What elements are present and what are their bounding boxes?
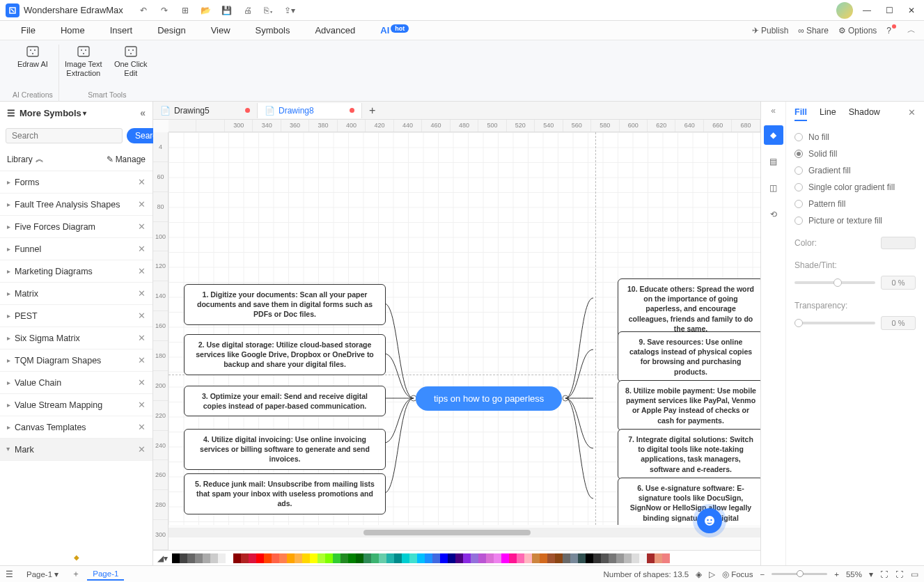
help-icon[interactable]: ? — [886, 26, 898, 36]
redo-icon[interactable]: ↷ — [158, 4, 171, 17]
color-swatch[interactable] — [363, 553, 371, 563]
library-category[interactable]: ▸Value Stream Mapping✕ — [0, 394, 152, 416]
color-swatch[interactable] — [210, 553, 218, 563]
library-category[interactable]: ▸Six Sigma Matrix✕ — [0, 327, 152, 349]
library-category[interactable]: ▸Five Forces Diagram✕ — [0, 216, 152, 238]
color-swatch[interactable] — [249, 553, 256, 563]
expand-panel-icon[interactable]: « — [771, 106, 776, 116]
color-swatch[interactable] — [593, 553, 601, 563]
mindmap-node[interactable]: 9. Save resources: Use online catalogs i… — [618, 331, 760, 382]
page-tool-icon[interactable]: ▤ — [764, 152, 783, 171]
color-swatch[interactable] — [471, 553, 478, 563]
library-category[interactable]: ▸PEST✕ — [0, 305, 152, 327]
user-avatar[interactable] — [836, 2, 853, 19]
color-swatch[interactable] — [547, 553, 555, 563]
mindmap-node[interactable]: 8. Utilize mobile payment: Use mobile pa… — [618, 380, 760, 431]
tab-line[interactable]: Line — [820, 107, 836, 121]
remove-library-icon[interactable]: ✕ — [138, 333, 146, 343]
mindmap-node[interactable]: 4. Utilize digital invoicing: Use online… — [184, 429, 386, 470]
fill-option[interactable]: Single color gradient fill — [794, 182, 916, 192]
share-button[interactable]: ∞ Share — [798, 26, 829, 36]
library-category[interactable]: ▸Fault Tree Analysis Shapes✕ — [0, 194, 152, 216]
ribbon-edraw-ai[interactable]: Edraw AI — [14, 45, 52, 69]
collapse-sidebar-icon[interactable]: « — [140, 107, 146, 118]
color-swatch[interactable] — [448, 553, 455, 563]
remove-library-icon[interactable]: ✕ — [138, 288, 146, 299]
close-icon[interactable]: ✕ — [905, 3, 918, 17]
library-category[interactable]: ▸Matrix✕ — [0, 283, 152, 305]
color-swatch[interactable] — [226, 553, 233, 563]
color-swatch[interactable] — [279, 553, 287, 563]
color-swatch[interactable] — [425, 553, 432, 563]
library-category[interactable]: ▸Value Chain✕ — [0, 372, 152, 394]
color-swatch[interactable] — [402, 553, 409, 563]
tab-shadow[interactable]: Shadow — [849, 107, 880, 121]
shade-slider[interactable] — [794, 281, 875, 284]
remove-library-icon[interactable]: ✕ — [138, 310, 146, 321]
horizontal-scrollbar[interactable] — [169, 528, 760, 537]
tab-fill[interactable]: Fill — [794, 107, 807, 121]
remove-library-icon[interactable]: ✕ — [138, 266, 146, 276]
mindmap-node[interactable]: 2. Use digital storage: Utilize cloud-ba… — [184, 334, 386, 375]
fit-width-icon[interactable]: ▭ — [911, 569, 918, 579]
fit-page-icon[interactable]: ⛶ — [880, 570, 888, 579]
color-swatch[interactable] — [440, 553, 448, 563]
color-swatch[interactable] — [379, 553, 386, 563]
color-swatch[interactable] — [310, 553, 318, 563]
color-swatch[interactable] — [302, 553, 310, 563]
remove-library-icon[interactable]: ✕ — [138, 377, 146, 388]
color-swatch[interactable] — [486, 553, 494, 563]
fill-bucket-icon[interactable]: ◢▾ — [157, 553, 168, 563]
menu-insert[interactable]: Insert — [97, 22, 146, 38]
fill-option[interactable]: No fill — [794, 132, 916, 142]
color-swatch[interactable] — [356, 553, 363, 563]
publish-button[interactable]: ✈ Publish — [752, 26, 788, 36]
fill-option[interactable]: Gradient fill — [794, 166, 916, 175]
color-swatch[interactable] — [478, 553, 486, 563]
ribbon-one-click-edit[interactable]: One Click Edit — [112, 45, 150, 78]
color-swatch[interactable] — [409, 553, 417, 563]
color-swatch[interactable] — [616, 553, 624, 563]
fill-option[interactable]: Solid fill — [794, 149, 916, 159]
color-swatch[interactable] — [662, 553, 670, 563]
style-tool-icon[interactable]: ◆ — [764, 125, 783, 145]
print-icon[interactable]: 🖨 — [242, 4, 254, 17]
remove-library-icon[interactable]: ✕ — [138, 355, 146, 365]
ai-assistant-button[interactable] — [697, 508, 722, 533]
ribbon-image-text-extraction[interactable]: Image Text Extraction — [65, 45, 102, 78]
mindmap-node[interactable]: 6. Use e-signature software: E-signature… — [618, 478, 760, 525]
remove-library-icon[interactable]: ✕ — [138, 199, 146, 210]
minimize-icon[interactable]: — — [860, 3, 874, 17]
color-swatch[interactable] — [172, 553, 180, 563]
menu-symbols[interactable]: Symbols — [243, 22, 303, 38]
more-symbols-header[interactable]: ☰ More Symbols ▾ « — [0, 102, 152, 124]
fill-option[interactable]: Picture or texture fill — [794, 216, 916, 226]
color-swatch[interactable] — [417, 553, 425, 563]
color-swatch[interactable] — [540, 553, 547, 563]
mindmap-node[interactable]: 3. Optimize your email: Send and receive… — [184, 386, 386, 416]
menu-home[interactable]: Home — [48, 22, 97, 38]
color-swatch[interactable] — [494, 553, 501, 563]
color-swatch[interactable] — [371, 553, 379, 563]
color-swatch[interactable] — [517, 553, 524, 563]
transparency-slider[interactable] — [794, 322, 875, 324]
menu-view[interactable]: View — [198, 22, 243, 38]
color-swatch[interactable] — [386, 553, 394, 563]
library-category[interactable]: ▸Funnel✕ — [0, 238, 152, 260]
color-swatch[interactable] — [455, 553, 463, 563]
color-swatch[interactable] — [340, 553, 348, 563]
library-category[interactable]: ▸Forms✕ — [0, 171, 152, 194]
drawing-canvas[interactable]: tips on how to go paperless 1. Digitize … — [169, 132, 760, 525]
mindmap-node[interactable]: 1. Digitize your documents: Scan all you… — [184, 284, 386, 325]
color-swatch[interactable] — [272, 553, 279, 563]
color-swatch[interactable] — [348, 553, 356, 563]
library-category[interactable]: ▸Marketing Diagrams✕ — [0, 260, 152, 283]
zoom-out-icon[interactable]: − — [760, 570, 765, 579]
shade-value[interactable]: 0 % — [881, 276, 916, 290]
color-swatch[interactable] — [647, 553, 655, 563]
new-icon[interactable]: ⊞ — [179, 4, 191, 17]
presentation-icon[interactable]: ▷ — [709, 569, 715, 579]
remove-library-icon[interactable]: ✕ — [138, 177, 146, 187]
fullscreen-icon[interactable]: ⛶ — [895, 570, 904, 579]
color-swatch[interactable] — [524, 553, 532, 563]
